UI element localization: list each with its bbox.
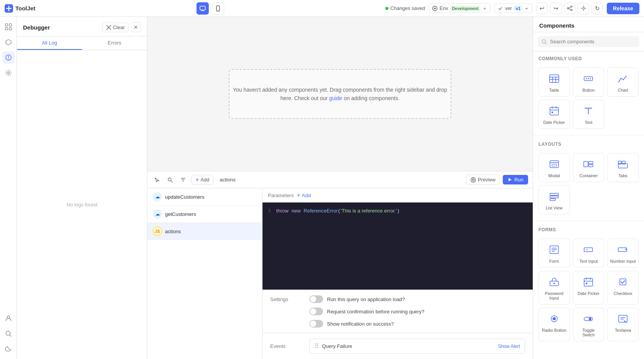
svg-rect-44 — [584, 278, 593, 286]
component-container[interactable]: Container — [573, 153, 604, 182]
left-icon-moon[interactable] — [2, 343, 15, 355]
component-toggle[interactable]: Toggle Switch — [573, 308, 604, 341]
component-tabs[interactable]: Tabs — [607, 153, 639, 182]
component-datepicker2[interactable]: Date Picker — [573, 271, 604, 305]
desktop-view-btn[interactable] — [197, 2, 209, 15]
run-btn[interactable]: Run — [503, 175, 528, 184]
toggle-1[interactable] — [309, 295, 323, 303]
query-editor: Parameters + Add 1 throw new ReferenceEr… — [263, 188, 533, 359]
code-editor[interactable]: 1 throw new ReferenceError('This is a re… — [263, 203, 533, 290]
component-textarea[interactable]: Textarea — [607, 308, 639, 341]
listview-label: List View — [546, 206, 563, 210]
svg-point-18 — [471, 178, 476, 182]
env-selector[interactable]: Env Development — [429, 3, 490, 13]
svg-rect-37 — [550, 196, 558, 198]
redo-btn[interactable]: ↪ — [550, 3, 561, 14]
left-icon-gear[interactable] — [2, 67, 15, 79]
query-tools — [152, 175, 188, 185]
env-chevron — [482, 6, 487, 11]
code-text: throw new ReferenceError('This is a refe… — [276, 208, 400, 214]
left-icon-apps[interactable] — [2, 21, 15, 33]
left-icon-search[interactable] — [2, 328, 15, 340]
component-table[interactable]: Table — [538, 68, 570, 97]
left-icon-components[interactable] — [2, 36, 15, 48]
left-icon-debug[interactable] — [2, 51, 15, 64]
version-selector[interactable]: ver v1 — [494, 3, 532, 13]
tool-cursor[interactable] — [152, 175, 162, 185]
text-icon — [581, 104, 595, 118]
settings-btn[interactable] — [578, 3, 589, 14]
form-label: Form — [549, 259, 559, 263]
component-button[interactable]: Button — [573, 68, 604, 97]
share-btn[interactable] — [564, 3, 575, 14]
svg-rect-9 — [5, 24, 8, 26]
chart-label: Chart — [618, 88, 628, 92]
svg-rect-45 — [586, 283, 587, 284]
event-row: ⠿ Query Failure Show Alert — [309, 339, 525, 354]
tool-search[interactable] — [165, 175, 175, 185]
section-title-commonly-used: Commonly Used — [538, 56, 639, 61]
drag-handle-icon[interactable]: ⠿ — [314, 343, 319, 350]
debugger-clear-btn[interactable]: Clear — [102, 23, 129, 32]
query-topbar: + Add actions Preview Run — [147, 171, 533, 188]
component-datepicker[interactable]: Date Picker — [538, 100, 570, 129]
release-button[interactable]: Release — [607, 3, 639, 14]
component-textinput[interactable]: Text Input — [573, 239, 604, 268]
component-listview[interactable]: List View — [538, 185, 570, 214]
svg-point-8 — [583, 7, 585, 9]
query-icon-cloud: ☁ — [153, 209, 162, 219]
component-chart[interactable]: Chart — [607, 68, 639, 97]
query-item[interactable]: ☁ updateCustomers — [147, 188, 262, 206]
component-checkbox[interactable]: Checkbox — [607, 271, 639, 305]
component-numberinput[interactable]: Number Input — [607, 239, 639, 268]
query-item-name: updateCustomers — [165, 194, 205, 200]
tab-all-log[interactable]: All Log — [17, 36, 82, 50]
settings-label: Settings — [270, 296, 305, 302]
query-item[interactable]: ☁ getCustomers — [147, 206, 262, 223]
toggle-2[interactable] — [309, 308, 323, 315]
topbar-center — [40, 2, 381, 15]
guide-link[interactable]: guide — [329, 95, 342, 101]
svg-rect-1 — [200, 6, 205, 10]
svg-rect-29 — [552, 164, 556, 166]
passwordinput-icon — [547, 275, 561, 289]
component-passwordinput[interactable]: Password Input — [538, 271, 570, 305]
svg-point-6 — [567, 8, 569, 9]
params-add-btn[interactable]: + Add — [297, 192, 310, 198]
component-text[interactable]: Text — [573, 100, 604, 129]
refresh-btn[interactable]: ↻ — [591, 3, 603, 14]
text-label: Text — [585, 120, 592, 125]
toggle-label: Toggle Switch — [576, 328, 602, 337]
preview-icon — [471, 177, 476, 183]
logo-icon — [5, 4, 13, 13]
params-label: Parameters — [268, 193, 294, 198]
svg-rect-40 — [584, 248, 593, 252]
canvas-main: You haven't added any components yet. Dr… — [147, 17, 533, 171]
component-modal[interactable]: Modal — [538, 153, 570, 182]
settings-item-3: Show notification on success? — [309, 320, 394, 328]
query-item-active[interactable]: JS actions — [147, 223, 262, 240]
line-number: 1 — [268, 208, 271, 214]
undo-btn[interactable]: ↩ — [536, 3, 548, 14]
component-form[interactable]: Form — [538, 239, 570, 268]
textarea-icon — [616, 312, 630, 326]
checkbox-icon — [616, 275, 630, 289]
table-label: Table — [549, 88, 559, 92]
component-radio[interactable]: Radio Button — [538, 308, 570, 341]
svg-rect-12 — [9, 28, 12, 30]
settings-row-2: Request confirmation before running quer… — [270, 308, 525, 315]
datepicker-icon — [547, 104, 561, 118]
left-icon-user[interactable] — [2, 312, 15, 324]
query-add-btn[interactable]: + Add — [191, 175, 213, 185]
event-action[interactable]: Show Alert — [498, 344, 520, 349]
toggle-3[interactable] — [309, 320, 323, 328]
numberinput-icon — [616, 243, 630, 257]
tab-errors[interactable]: Errors — [82, 36, 147, 50]
debugger-close-btn[interactable]: ✕ — [131, 22, 141, 32]
preview-btn[interactable]: Preview — [466, 175, 500, 185]
search-input[interactable] — [550, 39, 636, 44]
tool-filter[interactable] — [178, 175, 188, 185]
mobile-view-btn[interactable] — [212, 2, 224, 15]
canvas-placeholder-text: You haven't added any components yet. Dr… — [230, 86, 451, 103]
svg-rect-11 — [5, 28, 8, 30]
